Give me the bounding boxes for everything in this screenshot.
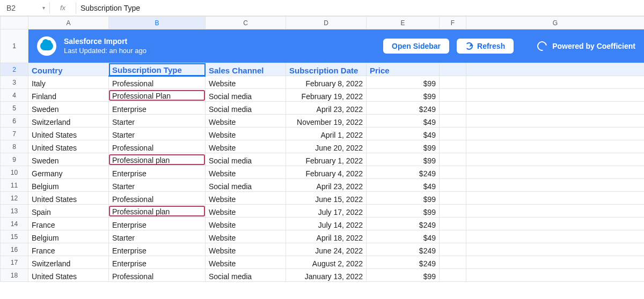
cell-G16[interactable]: [466, 243, 645, 256]
cell-D12[interactable]: June 15, 2022: [286, 192, 367, 205]
cell-F9[interactable]: [440, 153, 466, 166]
cell-D4[interactable]: February 19, 2022: [286, 89, 367, 102]
row-header-15[interactable]: 15: [1, 230, 28, 243]
cell-G17[interactable]: [466, 256, 645, 269]
name-box[interactable]: B2 ▾: [4, 4, 47, 12]
cell-D17[interactable]: August 2, 2022: [286, 256, 367, 269]
sheet-grid[interactable]: A B C D E F G 1 Salesforce Import Last U…: [0, 16, 644, 282]
cell-B3[interactable]: Professional: [109, 76, 206, 89]
cell-A17[interactable]: Switzerland: [28, 256, 109, 269]
cell-F3[interactable]: [440, 76, 466, 89]
cell-F2[interactable]: [440, 63, 466, 76]
row-header-13[interactable]: 13: [1, 205, 28, 218]
cell-B15[interactable]: Starter: [109, 230, 206, 243]
cell-G4[interactable]: [466, 89, 645, 102]
cell-G9[interactable]: [466, 153, 645, 166]
cell-D6[interactable]: November 19, 2022: [286, 115, 367, 128]
cell-E11[interactable]: $49: [367, 179, 440, 192]
cell-E8[interactable]: $99: [367, 140, 440, 153]
cell-D16[interactable]: June 24, 2022: [286, 243, 367, 256]
cell-A7[interactable]: United States: [28, 128, 109, 140]
powered-by[interactable]: Powered by Coefficient: [537, 41, 635, 51]
row-header-17[interactable]: 17: [1, 256, 28, 269]
cell-F10[interactable]: [440, 166, 466, 179]
cell-D5[interactable]: April 23, 2022: [286, 102, 367, 115]
cell-G8[interactable]: [466, 140, 645, 153]
cell-A11[interactable]: Belgium: [28, 179, 109, 192]
cell-B16[interactable]: Enterprise: [109, 243, 206, 256]
cell-E7[interactable]: $49: [367, 128, 440, 140]
cell-A15[interactable]: Belgium: [28, 230, 109, 243]
cell-C6[interactable]: Website: [206, 115, 286, 128]
cell-C16[interactable]: Website: [206, 243, 286, 256]
cell-B14[interactable]: Enterprise: [109, 218, 206, 230]
cell-G2[interactable]: [466, 63, 645, 76]
cell-B13[interactable]: Professional plan: [109, 205, 206, 218]
cell-F18[interactable]: [440, 269, 466, 282]
cell-A8[interactable]: United States: [28, 140, 109, 153]
cell-F4[interactable]: [440, 89, 466, 102]
cell-B8[interactable]: Professional: [109, 140, 206, 153]
cell-D2[interactable]: Subscription Date: [286, 63, 367, 76]
open-sidebar-button[interactable]: Open Sidebar: [383, 39, 449, 54]
cell-C11[interactable]: Social media: [206, 179, 286, 192]
cell-D9[interactable]: February 1, 2022: [286, 153, 367, 166]
row-header-1[interactable]: 1: [1, 29, 28, 63]
cell-A2[interactable]: Country: [28, 63, 109, 76]
cell-A18[interactable]: United States: [28, 269, 109, 282]
cell-G12[interactable]: [466, 192, 645, 205]
cell-F17[interactable]: [440, 256, 466, 269]
cell-G14[interactable]: [466, 218, 645, 230]
cell-E5[interactable]: $249: [367, 102, 440, 115]
cell-C18[interactable]: Social media: [206, 269, 286, 282]
cell-C12[interactable]: Website: [206, 192, 286, 205]
cell-A12[interactable]: United States: [28, 192, 109, 205]
cell-B6[interactable]: Starter: [109, 115, 206, 128]
cell-A9[interactable]: Sweden: [28, 153, 109, 166]
cell-A5[interactable]: Sweden: [28, 102, 109, 115]
col-header-B[interactable]: B: [109, 17, 206, 29]
cell-B7[interactable]: Starter: [109, 128, 206, 140]
cell-F16[interactable]: [440, 243, 466, 256]
col-header-E[interactable]: E: [367, 17, 440, 29]
cell-E15[interactable]: $49: [367, 230, 440, 243]
col-header-F[interactable]: F: [440, 17, 466, 29]
cell-E6[interactable]: $49: [367, 115, 440, 128]
cell-B9[interactable]: Professional plan: [109, 153, 206, 166]
cell-C17[interactable]: Website: [206, 256, 286, 269]
cell-F6[interactable]: [440, 115, 466, 128]
cell-C4[interactable]: Social media: [206, 89, 286, 102]
cell-E4[interactable]: $99: [367, 89, 440, 102]
cell-E14[interactable]: $249: [367, 218, 440, 230]
cell-E12[interactable]: $99: [367, 192, 440, 205]
cell-G6[interactable]: [466, 115, 645, 128]
cell-C5[interactable]: Social media: [206, 102, 286, 115]
cell-A3[interactable]: Italy: [28, 76, 109, 89]
cell-D13[interactable]: July 17, 2022: [286, 205, 367, 218]
cell-C2[interactable]: Sales Channel: [206, 63, 286, 76]
cell-G13[interactable]: [466, 205, 645, 218]
cell-E13[interactable]: $99: [367, 205, 440, 218]
cell-F13[interactable]: [440, 205, 466, 218]
formula-input[interactable]: Subscription Type: [78, 4, 640, 12]
row-header-8[interactable]: 8: [1, 140, 28, 153]
cell-F7[interactable]: [440, 128, 466, 140]
cell-A13[interactable]: Spain: [28, 205, 109, 218]
row-header-11[interactable]: 11: [1, 179, 28, 192]
cell-B5[interactable]: Enterprise: [109, 102, 206, 115]
row-header-10[interactable]: 10: [1, 166, 28, 179]
cell-B18[interactable]: Professional: [109, 269, 206, 282]
cell-C10[interactable]: Website: [206, 166, 286, 179]
cell-B11[interactable]: Starter: [109, 179, 206, 192]
row-header-5[interactable]: 5: [1, 102, 28, 115]
cell-G3[interactable]: [466, 76, 645, 89]
cell-C13[interactable]: Website: [206, 205, 286, 218]
cell-B17[interactable]: Enterprise: [109, 256, 206, 269]
cell-D18[interactable]: January 13, 2022: [286, 269, 367, 282]
cell-A16[interactable]: France: [28, 243, 109, 256]
cell-E3[interactable]: $99: [367, 76, 440, 89]
row-header-18[interactable]: 18: [1, 269, 28, 282]
cell-E17[interactable]: $249: [367, 256, 440, 269]
cell-F5[interactable]: [440, 102, 466, 115]
cell-B2[interactable]: Subscription Type: [109, 63, 206, 76]
